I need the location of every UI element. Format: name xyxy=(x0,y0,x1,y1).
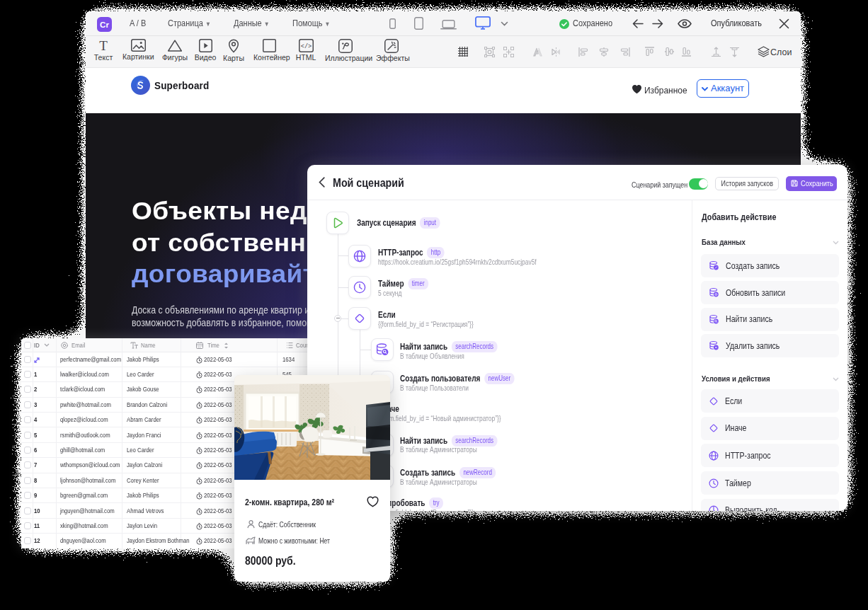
svg-text:Cr: Cr xyxy=(100,21,109,29)
svg-text:</>: </> xyxy=(300,43,311,50)
svg-text:T: T xyxy=(99,39,108,52)
